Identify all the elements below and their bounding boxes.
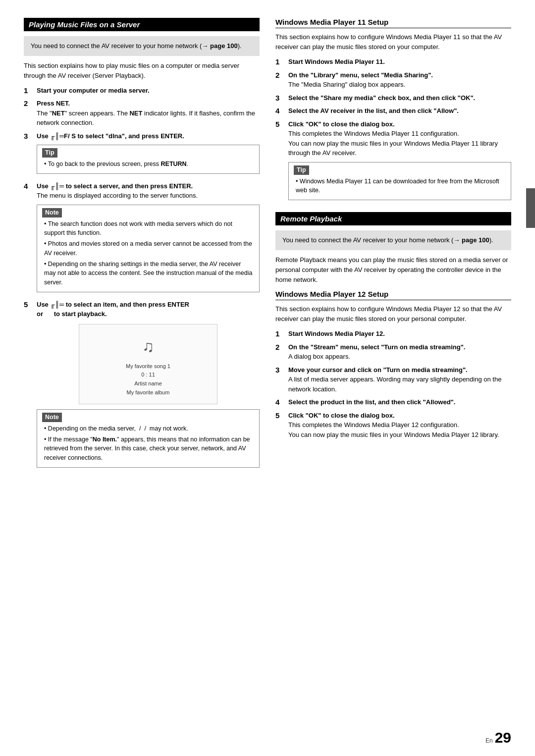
step-4-content: Use ╓║═ to select a server, and then pre…: [37, 181, 260, 296]
left-column: Playing Music Files on a Server You need…: [24, 18, 260, 726]
step-1: 1 Start your computer or media server.: [24, 86, 260, 96]
wmp12-step-2-title: On the "Stream" menu, select "Turn on me…: [288, 343, 465, 351]
step-4-number: 4: [24, 181, 35, 191]
wmp11-step-4: 4 Select the AV receiver in the list, an…: [275, 106, 511, 116]
right-column: Windows Media Player 11 Setup This secti…: [275, 18, 511, 726]
artist-name: Artist name: [84, 379, 212, 388]
wmp12-step-5-desc: This completes the Windows Media Player …: [288, 421, 499, 438]
wmp11-title: Windows Media Player 11 Setup: [275, 18, 511, 28]
note2-bullet-2: If the message "No Item." appears, this …: [44, 435, 254, 463]
step-2-title: Press NET.: [37, 100, 70, 107]
wmp11-step-4-num: 4: [275, 106, 286, 116]
wmp12-step-3: 3 Move your cursor and click on "Turn on…: [275, 365, 511, 394]
step-2-content: Press NET. The "NET" screen appears. The…: [37, 99, 260, 128]
wmp11-step-5-title: Click "OK" to close the dialog box.: [288, 120, 395, 128]
note-bullet-3: Depending on the sharing settings in the…: [44, 260, 254, 287]
step-3: 3 Use ╓║═F/ S to select "dlna", and pres…: [24, 131, 260, 178]
wmp11-step-1: 1 Start Windows Media Player 11.: [275, 57, 511, 67]
song-name: My favorite song 1: [84, 362, 212, 371]
player-song-info: My favorite song 1 0 : 11 Artist name My…: [84, 362, 212, 397]
wmp11-step-2-title: On the "Library" menu, select "Media Sha…: [288, 71, 433, 79]
side-tab: [526, 188, 535, 228]
note2-bullet-1: Depending on the media server, / / may n…: [44, 424, 254, 433]
wmp12-step-5-num: 5: [275, 411, 286, 421]
note-label: Note: [42, 208, 62, 217]
wmp11-steps: 1 Start Windows Media Player 11. 2 On th…: [275, 57, 511, 204]
wmp11-step-2: 2 On the "Library" menu, select "Media S…: [275, 70, 511, 90]
en-label: En: [485, 737, 493, 744]
tip-bullets: To go back to the previous screen, press…: [42, 160, 254, 169]
step-1-number: 1: [24, 86, 35, 96]
wmp11-step-3-num: 3: [275, 93, 286, 103]
wmp11-step-2-num: 2: [275, 70, 286, 80]
remote-playback-info-box: You need to connect the AV receiver to y…: [275, 230, 511, 250]
step-2-desc: The "NET" screen appears. The NET indica…: [37, 109, 255, 127]
step-3-tip: Tip To go back to the previous screen, p…: [37, 145, 260, 174]
wmp11-section: Windows Media Player 11 Setup This secti…: [275, 18, 511, 204]
step-5-content: Use ╓║═ to select an item, and then pres…: [37, 300, 260, 472]
wmp12-step-1-title: Start Windows Media Player 12.: [288, 330, 385, 337]
wmp11-step-3-title: Select the "Share my media" check box, a…: [288, 94, 475, 102]
wmp12-step-5: 5 Click "OK" to close the dialog box. Th…: [275, 411, 511, 440]
wmp11-step-2-desc: The "Media Sharing" dialog box appears.: [288, 81, 405, 88]
wmp12-step-4: 4 Select the product in the list, and th…: [275, 397, 511, 407]
remote-playback-intro: Remote Playback means you can play the m…: [275, 255, 511, 285]
wmp12-step-1: 1 Start Windows Media Player 12.: [275, 329, 511, 339]
wmp11-step-5-num: 5: [275, 119, 286, 129]
wmp11-tip: Tip Windows Media Player 11 can be downl…: [288, 162, 511, 200]
wmp12-step-5-content: Click "OK" to close the dialog box. This…: [288, 411, 511, 440]
wmp11-step-2-content: On the "Library" menu, select "Media Sha…: [288, 70, 511, 90]
step-3-content: Use ╓║═F/ S to select "dlna", and press …: [37, 131, 260, 178]
wmp12-intro: This section explains how to configure W…: [275, 304, 511, 324]
wmp12-step-3-content: Move your cursor and click on "Turn on m…: [288, 365, 511, 394]
tip-bullet-1: To go back to the previous screen, press…: [44, 160, 254, 169]
wmp12-step-3-num: 3: [275, 365, 286, 375]
wmp12-step-3-desc: A list of media server appears. Wording …: [288, 376, 501, 393]
wmp11-tip-bullets: Windows Media Player 11 can be downloade…: [294, 177, 506, 196]
note-label-2: Note: [42, 413, 62, 422]
left-intro: This section explains how to play music …: [24, 61, 260, 81]
step-4-title: Use ╓║═ to select a server, and then pre…: [37, 182, 193, 190]
page-number: 29: [495, 729, 511, 746]
music-icon: ♫: [84, 334, 212, 358]
wmp12-step-2-desc: A dialog box appears.: [288, 353, 350, 360]
step-4-desc: The menu is displayed according to the s…: [37, 192, 198, 199]
note-bullet-2: Photos and movies stored on a media serv…: [44, 239, 254, 258]
wmp12-step-1-content: Start Windows Media Player 12.: [288, 329, 511, 339]
page-number-area: En 29: [485, 729, 511, 746]
step-5-number: 5: [24, 300, 35, 310]
wmp12-step-2-content: On the "Stream" menu, select "Turn on me…: [288, 342, 511, 362]
step-4: 4 Use ╓║═ to select a server, and then p…: [24, 181, 260, 296]
step-1-content: Start your computer or media server.: [37, 86, 260, 96]
wmp11-step-1-content: Start Windows Media Player 11.: [288, 57, 511, 67]
step-3-title: Use ╓║═F/ S to select "dlna", and press …: [37, 132, 184, 140]
step-2-number: 2: [24, 99, 35, 108]
wmp11-tip-label: Tip: [294, 165, 309, 175]
step-5: 5 Use ╓║═ to select an item, and then pr…: [24, 300, 260, 472]
wmp12-step-5-title: Click "OK" to close the dialog box.: [288, 412, 395, 419]
left-info-box: You need to connect the AV receiver to y…: [24, 36, 260, 56]
remote-page-link[interactable]: → page 100: [453, 236, 489, 244]
step-2: 2 Press NET. The "NET" screen appears. T…: [24, 99, 260, 128]
wmp12-step-1-num: 1: [275, 329, 286, 339]
wmp11-step-1-num: 1: [275, 57, 286, 67]
left-steps: 1 Start your computer or media server. 2…: [24, 86, 260, 472]
page-link[interactable]: → page 100: [202, 42, 237, 50]
album-name: My favorite album: [84, 388, 212, 397]
wmp12-step-2: 2 On the "Stream" menu, select "Turn on …: [275, 342, 511, 362]
song-time: 0 : 11: [84, 371, 212, 379]
player-box: ♫ My favorite song 1 0 : 11 Artist name …: [79, 324, 217, 404]
note-bullets: The search function does not work with m…: [42, 219, 254, 287]
remote-playback-title: Remote Playback: [275, 212, 511, 225]
note-2-bullets: Depending on the media server, / / may n…: [42, 424, 254, 463]
wmp11-intro: This section explains how to configure W…: [275, 32, 511, 52]
step-5-note: Note Depending on the media server, / / …: [37, 409, 260, 468]
wmp12-section: Windows Media Player 12 Setup This secti…: [275, 290, 511, 439]
step-1-title: Start your computer or media server.: [37, 87, 150, 94]
remote-playback-section: Remote Playback You need to connect the …: [275, 212, 511, 285]
wmp11-step-5-desc: This completes the Windows Media Player …: [288, 130, 498, 157]
wmp12-step-3-title: Move your cursor and click on "Turn on m…: [288, 366, 468, 374]
tip-label: Tip: [42, 148, 57, 158]
wmp11-step-3-content: Select the "Share my media" check box, a…: [288, 93, 511, 103]
wmp11-step-5: 5 Click "OK" to close the dialog box. Th…: [275, 119, 511, 204]
